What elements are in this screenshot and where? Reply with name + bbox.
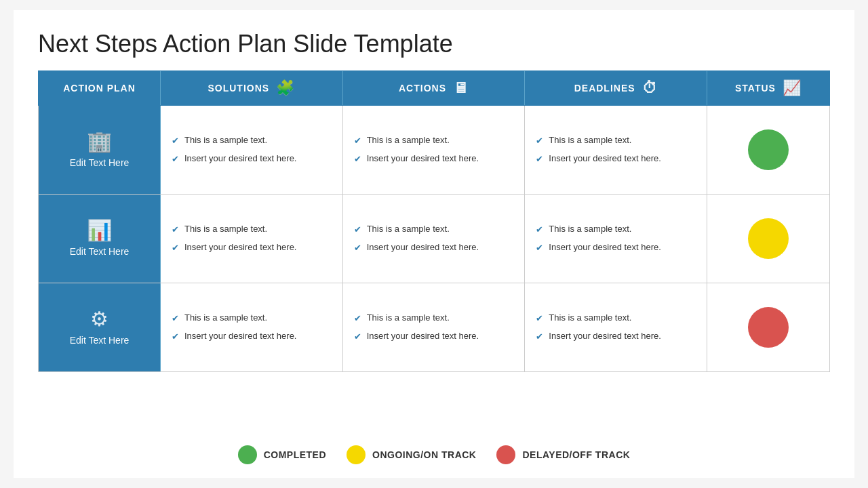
actions-line1-1: This is a sample text. [367, 134, 450, 146]
legend-dot-yellow [347, 445, 366, 464]
bullet-item: ✔ This is a sample text. [172, 223, 332, 236]
bullet-item: ✔ This is a sample text. [354, 134, 514, 147]
legend-label-ongoing: ONGOING/ON TRACK [372, 449, 476, 460]
action-plan-cell-1[interactable]: 🏢 Edit Text Here [39, 106, 161, 194]
header-col-actions: ACTIONS 🖥 [343, 71, 526, 105]
header-solutions-label: SOLUTIONS [208, 83, 269, 94]
deadlines-line1-3: This is a sample text. [549, 312, 631, 324]
solutions-cell-2[interactable]: ✔ This is a sample text. ✔ Insert your d… [161, 195, 343, 283]
actions-line2-1: Insert your desired text here. [367, 152, 479, 165]
bullet-item: ✔ Insert your desired text here. [354, 330, 514, 343]
slide-title: Next Steps Action Plan Slide Template [38, 29, 830, 58]
table-header: ACTION PLAN SOLUTIONS 🧩 ACTIONS 🖥 DEADLI… [38, 70, 830, 106]
bullet-item: ✔ This is a sample text. [536, 312, 696, 325]
legend-dot-red [496, 445, 515, 464]
header-col-action-plan: ACTION PLAN [39, 71, 161, 105]
bullet-item: ✔ Insert your desired text here. [354, 241, 514, 254]
deadlines-line2-1: Insert your desired text here. [549, 152, 660, 165]
building-icon: 🏢 [87, 131, 112, 152]
status-circle-red [748, 307, 789, 348]
header-col-solutions: SOLUTIONS 🧩 [161, 71, 343, 105]
solutions-cell-3[interactable]: ✔ This is a sample text. ✔ Insert your d… [161, 283, 343, 371]
solutions-line2-3: Insert your desired text here. [184, 330, 296, 342]
bullet-item: ✔ This is a sample text. [172, 134, 332, 147]
solutions-line1-2: This is a sample text. [184, 223, 267, 235]
bullet-item: ✔ This is a sample text. [536, 223, 696, 236]
bullet-item: ✔ Insert your desired text here. [536, 152, 696, 165]
actions-line2-3: Insert your desired text here. [367, 330, 479, 342]
actions-cell-1[interactable]: ✔ This is a sample text. ✔ Insert your d… [343, 106, 526, 194]
check-icon: ✔ [172, 242, 179, 254]
solutions-line2-2: Insert your desired text here. [184, 241, 296, 253]
chart-icon: 📊 [87, 220, 112, 241]
header-actions-label: ACTIONS [399, 83, 446, 94]
solutions-cell-1[interactable]: ✔ This is a sample text. ✔ Insert your d… [161, 106, 343, 194]
bullet-item: ✔ Insert your desired text here. [172, 330, 332, 343]
table-body: 🏢 Edit Text Here ✔ This is a sample text… [38, 106, 830, 372]
deadlines-line1-2: This is a sample text. [549, 223, 631, 235]
check-icon: ✔ [172, 135, 179, 147]
deadlines-cell-3[interactable]: ✔ This is a sample text. ✔ Insert your d… [525, 283, 707, 371]
table-row: ⚙ Edit Text Here ✔ This is a sample text… [39, 283, 829, 371]
header-col-status: STATUS 📈 [707, 71, 829, 105]
header-status-label: STATUS [735, 83, 776, 94]
status-cell-2 [707, 195, 829, 283]
legend-item-completed: COMPLETED [238, 445, 326, 464]
bullet-item: ✔ Insert your desired text here. [536, 241, 696, 254]
check-icon: ✔ [354, 242, 361, 254]
solutions-line2-1: Insert your desired text here. [184, 152, 296, 165]
status-circle-yellow [748, 218, 789, 259]
check-icon: ✔ [354, 153, 361, 165]
legend: COMPLETED ONGOING/ON TRACK DELAYED/OFF T… [38, 436, 830, 464]
table-row: 📊 Edit Text Here ✔ This is a sample text… [39, 195, 829, 283]
bullet-item: ✔ Insert your desired text here. [172, 241, 332, 254]
actions-cell-3[interactable]: ✔ This is a sample text. ✔ Insert your d… [343, 283, 526, 371]
legend-dot-green [238, 445, 257, 464]
header-col-deadlines: DEADLINES ⏱ [525, 71, 707, 105]
status-circle-green [748, 129, 789, 170]
check-icon: ✔ [536, 331, 543, 343]
actions-line1-2: This is a sample text. [367, 223, 450, 235]
check-icon: ✔ [536, 242, 543, 254]
deadlines-cell-1[interactable]: ✔ This is a sample text. ✔ Insert your d… [525, 106, 707, 194]
action-plan-table: ACTION PLAN SOLUTIONS 🧩 ACTIONS 🖥 DEADLI… [38, 70, 830, 436]
check-icon: ✔ [172, 153, 179, 165]
check-icon: ✔ [536, 153, 543, 165]
header-action-plan-label: ACTION PLAN [63, 83, 136, 94]
check-icon: ✔ [172, 312, 179, 325]
bullet-item: ✔ Insert your desired text here. [172, 152, 332, 165]
legend-item-ongoing: ONGOING/ON TRACK [347, 445, 476, 464]
action-plan-cell-2[interactable]: 📊 Edit Text Here [39, 195, 161, 283]
check-icon: ✔ [354, 331, 361, 343]
action-plan-label-3: Edit Text Here [70, 335, 130, 346]
deadlines-cell-2[interactable]: ✔ This is a sample text. ✔ Insert your d… [525, 195, 707, 283]
header-deadlines-label: DEADLINES [574, 83, 635, 94]
bullet-item: ✔ This is a sample text. [354, 312, 514, 325]
legend-label-completed: COMPLETED [264, 449, 326, 460]
solutions-line1-1: This is a sample text. [184, 134, 267, 146]
check-icon: ✔ [354, 135, 361, 147]
status-cell-3 [707, 283, 829, 371]
action-plan-cell-3[interactable]: ⚙ Edit Text Here [39, 283, 161, 371]
check-icon: ✔ [536, 135, 543, 147]
check-icon: ✔ [172, 331, 179, 343]
monitor-icon: 🖥 [453, 79, 469, 97]
bullet-item: ✔ Insert your desired text here. [536, 330, 696, 343]
status-cell-1 [707, 106, 829, 194]
check-icon: ✔ [354, 224, 361, 236]
bullet-item: ✔ This is a sample text. [172, 312, 332, 325]
deadlines-line2-2: Insert your desired text here. [549, 241, 660, 253]
deadlines-line2-3: Insert your desired text here. [549, 330, 660, 342]
check-icon: ✔ [172, 224, 179, 236]
legend-item-delayed: DELAYED/OFF TRACK [496, 445, 630, 464]
check-icon: ✔ [354, 312, 361, 325]
bullet-item: ✔ Insert your desired text here. [354, 152, 514, 165]
action-plan-label-2: Edit Text Here [70, 246, 130, 257]
actions-line1-3: This is a sample text. [367, 312, 450, 324]
check-icon: ✔ [536, 312, 543, 325]
action-plan-label-1: Edit Text Here [70, 157, 130, 168]
deadlines-line1-1: This is a sample text. [549, 134, 631, 146]
slide: Next Steps Action Plan Slide Template AC… [14, 10, 854, 478]
actions-cell-2[interactable]: ✔ This is a sample text. ✔ Insert your d… [343, 195, 526, 283]
solutions-line1-3: This is a sample text. [184, 312, 267, 324]
